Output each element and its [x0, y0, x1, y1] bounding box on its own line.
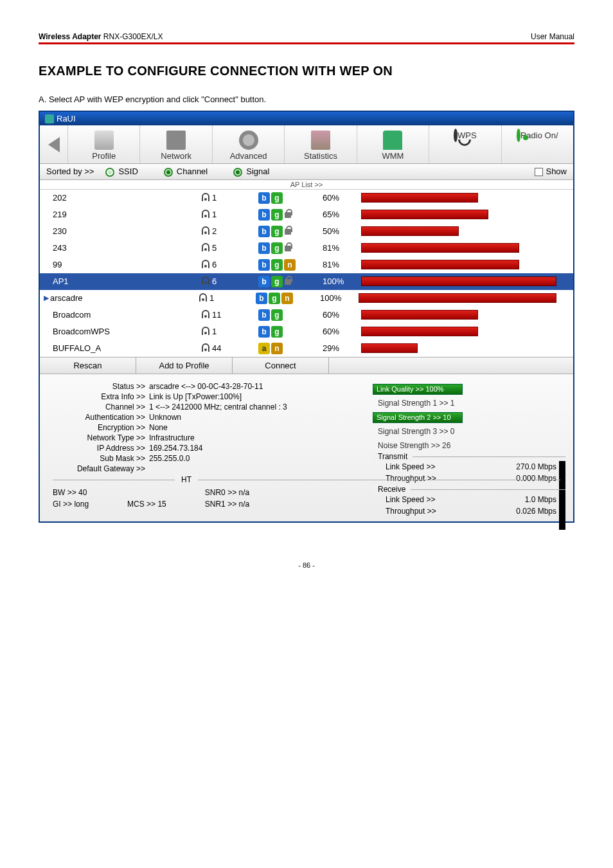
ht-legend: HT: [175, 475, 198, 484]
ap-row[interactable]: AP16bg100%: [40, 273, 573, 290]
ap-row[interactable]: 2302bg50%: [40, 223, 573, 240]
mode-badge-g: g: [271, 192, 283, 204]
network-icon: [166, 131, 186, 150]
sort-ssid-label: SSID: [118, 167, 138, 176]
ap-row[interactable]: Broadcom11bg60%: [40, 307, 573, 323]
radio-icon: [233, 168, 242, 177]
snr0-key: SNR0 >>: [205, 488, 236, 497]
mode-badge-g: g: [271, 326, 283, 338]
tab-profile[interactable]: Profile: [68, 125, 140, 163]
nettype-key: Network Type >>: [53, 433, 149, 442]
ht-box: HT BW >> 40 GI >> long MCS >> 15 SNR0 >>…: [53, 480, 560, 511]
ap-modes: bg: [258, 326, 323, 338]
sort-ssid[interactable]: SSID: [105, 167, 138, 177]
tab-advanced-label: Advanced: [230, 151, 267, 161]
ap-modes: bg: [258, 276, 323, 287]
ap-signal-bar: [361, 276, 556, 286]
ap-signal: 50%: [323, 226, 361, 236]
ap-channel: 5: [200, 243, 258, 253]
tab-advanced[interactable]: Advanced: [213, 125, 285, 163]
mode-badge-g: g: [271, 309, 283, 321]
ap-row[interactable]: BroadcomWPS1bg60%: [40, 323, 573, 340]
status-key: Status >>: [53, 382, 149, 391]
mcs-value: 15: [157, 500, 166, 509]
tab-radio[interactable]: Radio On/: [502, 125, 573, 163]
gw-key: Default Gateway >>: [53, 464, 149, 473]
auth-key: Authentication >>: [53, 413, 149, 422]
mode-badge-g: g: [271, 242, 283, 254]
mode-badge-n: n: [281, 293, 293, 304]
show-checkbox[interactable]: Show: [535, 167, 567, 176]
sort-bar: Sorted by >> SSID Channel Signal Show: [40, 164, 573, 180]
ap-signal-bar-wrap: [361, 260, 567, 269]
page-number: - 86 -: [39, 561, 574, 569]
ap-row[interactable]: 2021bg60%: [40, 190, 573, 206]
tab-wps[interactable]: WPS: [429, 125, 501, 163]
mode-badge-b: b: [256, 293, 267, 304]
tab-wmm-label: WMM: [382, 151, 404, 161]
sort-label: Sorted by >>: [46, 167, 94, 176]
ap-row[interactable]: arscadre1bgn100%: [40, 290, 573, 307]
mode-badge-n: n: [271, 343, 283, 354]
lock-icon: [284, 226, 293, 236]
radio-icon: [164, 168, 173, 177]
ap-row[interactable]: 2191bg65%: [40, 206, 573, 223]
channel-value: 1 <--> 2412000 MHz; central channel : 3: [149, 402, 287, 411]
bw-key: BW >>: [53, 488, 76, 497]
details-panel: Status >>arscadre <--> 00-0C-43-28-70-11…: [40, 374, 573, 521]
svg-point-3: [204, 248, 207, 251]
show-label: Show: [546, 167, 567, 176]
sort-signal[interactable]: Signal: [233, 167, 269, 177]
ap-row[interactable]: 2435bg81%: [40, 240, 573, 257]
svg-point-9: [204, 348, 207, 351]
enc-value: None: [149, 423, 168, 432]
radio-icon: [517, 129, 520, 142]
back-button[interactable]: [40, 125, 68, 163]
tab-statistics[interactable]: Statistics: [285, 125, 357, 163]
ap-channel: 1: [200, 193, 258, 203]
tab-statistics-label: Statistics: [304, 151, 337, 161]
auth-value: Unknown: [149, 413, 181, 422]
window-titlebar: RaUI: [40, 112, 573, 125]
aplist-label: AP List >>: [40, 180, 573, 190]
link-quality-text: Link Quality >> 100%: [373, 384, 463, 395]
ap-signal-bar-wrap: [361, 243, 567, 253]
connect-button[interactable]: Connect: [233, 357, 329, 374]
mode-badge-g: g: [269, 293, 280, 304]
ap-row[interactable]: 996bgn81%: [40, 257, 573, 273]
svg-point-8: [204, 332, 207, 334]
app-icon: [45, 114, 54, 123]
ap-modes: bgn: [256, 293, 320, 304]
ap-signal-bar: [361, 260, 519, 269]
mode-badge-g: g: [271, 226, 283, 237]
signal2-text: Signal Strength 2 >> 10: [373, 412, 463, 423]
ap-channel: 1: [200, 327, 258, 337]
ap-row[interactable]: BUFFALO_A44an29%: [40, 340, 573, 357]
ap-signal-bar: [359, 293, 556, 303]
doc-header: Wireless Adapter RNX-G300EX/LX User Manu…: [39, 32, 574, 44]
svg-point-7: [204, 315, 207, 318]
ap-signal: 100%: [320, 293, 359, 303]
ap-modes: bg: [258, 226, 323, 237]
tx-linkspeed-value: 270.0 Mbps: [516, 462, 556, 471]
ap-ssid: 99: [53, 260, 200, 269]
rescan-button[interactable]: Rescan: [40, 357, 136, 374]
mode-badge-b: b: [258, 259, 270, 271]
ap-signal-bar-wrap: [361, 276, 567, 286]
ap-list: 2021bg60%2191bg65%2302bg50%2435bg81%996b…: [40, 190, 573, 357]
ap-ssid: 219: [53, 210, 200, 219]
product-label: Wireless Adapter: [39, 32, 101, 41]
svg-point-5: [204, 282, 207, 284]
window-title: RaUI: [57, 114, 76, 123]
add-to-profile-button[interactable]: Add to Profile: [136, 357, 233, 374]
product-model: RNX-G300EX/LX: [103, 32, 163, 41]
tab-wmm[interactable]: WMM: [357, 125, 429, 163]
mode-badge-g: g: [271, 209, 283, 221]
ap-signal-bar-wrap: [361, 226, 567, 236]
tab-network[interactable]: Network: [140, 125, 212, 163]
signal3-text: Signal Strength 3 >> 0: [373, 427, 454, 436]
mode-badge-g: g: [271, 276, 283, 287]
ap-ssid: BroadcomWPS: [53, 327, 200, 336]
sort-channel[interactable]: Channel: [164, 167, 208, 177]
raui-window: RaUI Profile Network Advanced Statistics…: [39, 111, 574, 523]
